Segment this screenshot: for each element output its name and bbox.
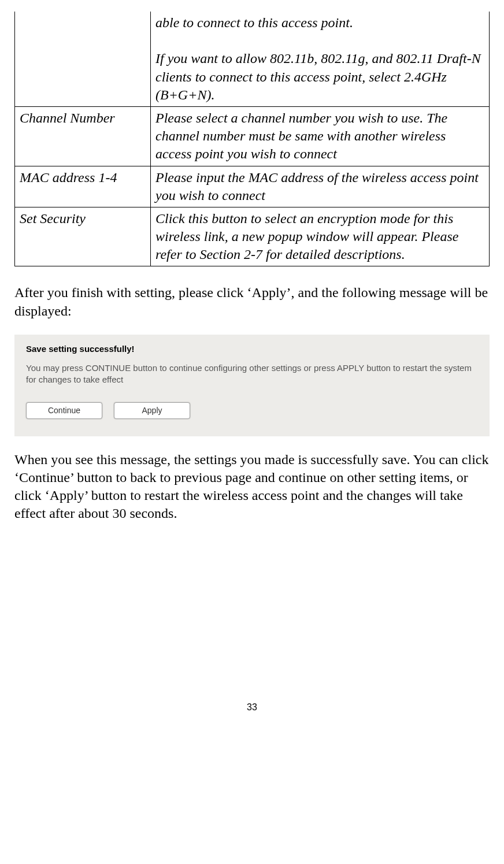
table-cell-label: Channel Number (15, 106, 151, 166)
table-row: MAC address 1-4 Please input the MAC add… (15, 166, 490, 207)
table-cell-label: MAC address 1-4 (15, 166, 151, 207)
body-paragraph: After you finish with setting, please cl… (14, 284, 490, 320)
apply-button[interactable]: Apply (114, 402, 190, 418)
table-row: Set Security Click this button to select… (15, 207, 490, 266)
table-cell-desc: Click this button to select an encryptio… (151, 207, 490, 266)
table-cell-desc: able to connect to this access point. If… (151, 12, 490, 106)
table-cell-desc: Please input the MAC address of the wire… (151, 166, 490, 207)
continue-button[interactable]: Continue (26, 402, 102, 418)
dialog-text: You may press CONTINUE button to continu… (26, 362, 478, 385)
save-success-dialog: Save setting successfully! You may press… (14, 335, 490, 436)
body-paragraph: When you see this message, the settings … (14, 451, 490, 523)
settings-table: able to connect to this access point. If… (14, 12, 490, 266)
table-row: Channel Number Please select a channel n… (15, 106, 490, 166)
page-number: 33 (14, 702, 490, 714)
dialog-buttons: Continue Apply (26, 402, 478, 418)
table-cell-desc: Please select a channel number you wish … (151, 106, 490, 166)
dialog-title: Save setting successfully! (26, 343, 478, 355)
table-row: able to connect to this access point. If… (15, 12, 490, 106)
table-cell-label (15, 12, 151, 106)
table-cell-label: Set Security (15, 207, 151, 266)
